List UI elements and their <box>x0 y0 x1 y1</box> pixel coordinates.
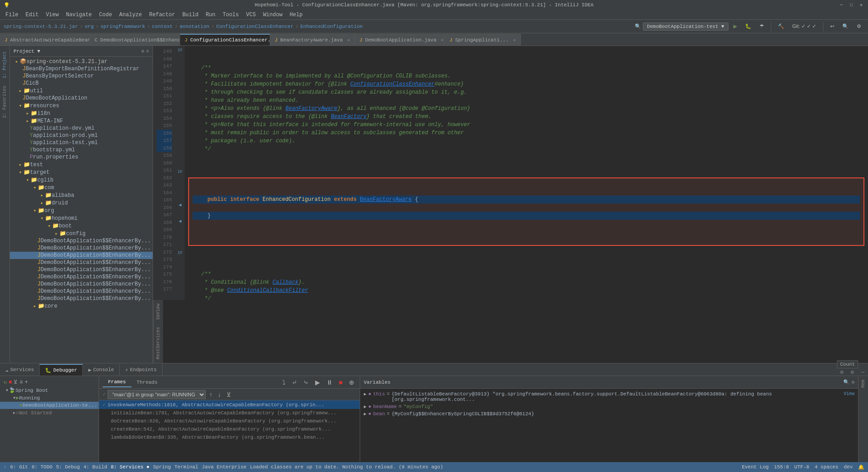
tab-services[interactable]: ☁ Services <box>0 364 40 376</box>
debug-button[interactable]: 🐛 <box>742 22 755 31</box>
add-btn[interactable]: + <box>25 379 28 386</box>
build-button[interactable]: 🔨 <box>775 22 787 31</box>
sidebar-collapse[interactable]: ≡ <box>146 49 149 54</box>
tree-cicb[interactable]: J CicB <box>10 80 153 87</box>
maximize-button[interactable]: □ <box>848 2 854 8</box>
tree-alibaba[interactable]: ▸ 📁 alibaba <box>10 191 153 199</box>
var-beanname[interactable]: ▶ ● beanName = "myConfig" <box>362 403 856 410</box>
frame-item-1[interactable]: ✓ invokeAwareMethods:1816, AbstractAutow… <box>99 400 360 409</box>
tree-druid[interactable]: ▸ 📁 druid <box>10 199 153 207</box>
menu-window[interactable]: Window <box>259 11 286 19</box>
frames-tab[interactable]: Frames <box>103 377 131 387</box>
tab-abstract-autowire[interactable]: J AbstractAutowireCapableBeanFactory.jav… <box>0 34 90 45</box>
favorites-tool[interactable]: 2: Favorites <box>0 82 9 122</box>
run-to-cursor-btn[interactable]: ⊕ <box>347 378 356 387</box>
tab-close4[interactable]: ✕ <box>347 37 350 43</box>
thread-down[interactable]: ↓ <box>216 390 223 399</box>
step-into-btn[interactable]: ⤶ <box>290 378 299 387</box>
tree-config[interactable]: ▸ 📁 config <box>10 230 153 237</box>
resume-btn[interactable]: ▶ <box>313 378 322 387</box>
var-settings[interactable]: ⚙ <box>851 379 854 385</box>
notifications-icon[interactable]: 🔔 <box>858 464 864 470</box>
menu-file[interactable]: File <box>2 11 22 19</box>
tree-com[interactable]: ▾ 📁 com <box>10 184 153 191</box>
close-button[interactable]: ✕ <box>858 2 864 8</box>
tree-i18n[interactable]: ▸ 📁 i18n <box>10 109 153 117</box>
thread-filter[interactable]: ⊻ <box>225 390 233 399</box>
tree-target[interactable]: ▾ 📁 target <box>10 168 153 176</box>
tab-debugger[interactable]: 🐛 Debugger <box>40 364 83 376</box>
service-not-started[interactable]: ▸ ○ Not Started <box>0 409 99 417</box>
tree-cglib[interactable]: ▾ 📁 cglib <box>10 176 153 184</box>
sidebar-gear[interactable]: ⚙ <box>141 48 145 54</box>
tree-demo9[interactable]: J DemoBootApplication$$EnhancerBy... <box>10 295 153 302</box>
run-config-select[interactable]: DemoBootApplication-test ▼ <box>643 23 728 31</box>
breadcrumb-enhancer[interactable]: ConfigurationClassEnhancer <box>216 24 294 29</box>
search-everywhere-button[interactable]: 🔍 <box>839 22 852 31</box>
tree-demo8[interactable]: J DemoBootApplication$$EnhancerBy... <box>10 288 153 295</box>
rest-services-panel[interactable]: RestServices <box>154 323 163 363</box>
git-button[interactable]: Git: ✓ ✓ ✓ <box>789 22 819 31</box>
restart-btn[interactable]: ↻ <box>4 379 7 386</box>
tree-app-test[interactable]: Y application-test.yml <box>10 139 153 146</box>
todo-label[interactable]: 6: TODO <box>32 464 52 470</box>
menu-tools[interactable]: Tools <box>219 11 243 19</box>
tab-endpoints[interactable]: ⚡ Endpoints <box>120 364 163 376</box>
menu-edit[interactable]: Edit <box>22 11 42 19</box>
threads-tab[interactable]: Threads <box>131 378 163 387</box>
tree-hopehomi[interactable]: ▾ 📁 hopehomi <box>10 214 153 222</box>
filter-btn[interactable]: ⊻ <box>14 379 18 386</box>
stop-btn[interactable]: ■ <box>9 379 12 386</box>
breadcrumb-enhanced[interactable]: EnhancedConfiguration <box>300 24 363 29</box>
breadcrumb-annotation[interactable]: annotation <box>180 24 209 29</box>
var-search[interactable]: 🔍 <box>843 379 850 385</box>
frame-item-4[interactable]: createBean:542, AbstractAutowireCapableB… <box>99 425 360 433</box>
tree-bootstrap[interactable]: Y bootstrap.yml <box>10 146 153 154</box>
tree-boot[interactable]: ▾ 📁 boot <box>10 222 153 230</box>
bottom-close[interactable]: ─ <box>858 369 868 376</box>
tab-demo-boot[interactable]: J DemoBootApplication.java ✕ <box>355 34 445 45</box>
debug-label[interactable]: 5: Debug <box>56 464 80 470</box>
thread-dropdown[interactable]: "main"@1 in group "main": RUNNING <box>108 390 206 399</box>
code-editor[interactable]: /** * Marker interface to be implemented… <box>185 46 868 300</box>
tree-demo6[interactable]: J DemoBootApplication$$EnhancerBy... <box>10 273 153 281</box>
step-out-btn[interactable]: ⤷ <box>302 378 311 387</box>
project-tool[interactable]: 1: Project <box>0 48 9 82</box>
git-label[interactable]: 6: Git <box>10 464 28 470</box>
tab-close5[interactable]: ✕ <box>441 37 443 43</box>
menu-analyze[interactable]: Analyze <box>116 11 145 19</box>
var-this[interactable]: ▶ ● this = {DefaultListableBeanFactory@3… <box>362 390 856 403</box>
service-spring-boot[interactable]: ▾ 🍃 Spring Boot <box>0 386 99 394</box>
tree-demo4[interactable]: J DemoBootApplication$$EnhancerBy... <box>10 259 153 266</box>
view-link[interactable]: View <box>844 391 854 396</box>
frame-item-3[interactable]: doCreateBean:620, AbstractAutowireCapabl… <box>99 417 360 425</box>
expand-beanname[interactable]: ▶ <box>364 404 366 409</box>
menu-help[interactable]: Help <box>286 11 306 19</box>
tab-spring-app[interactable]: J SpringApplicati... ✕ <box>445 34 520 45</box>
breadcrumb-context[interactable]: context <box>152 24 172 29</box>
tree-org[interactable]: ▾ 📁 org <box>10 207 153 214</box>
tree-demo2[interactable]: J DemoBootApplication$$EnhancerBy... <box>10 245 153 252</box>
bottom-settings[interactable]: ⚙ <box>836 369 847 376</box>
indent-label[interactable]: 4 spaces <box>814 464 838 470</box>
spring-label[interactable]: Spring <box>153 464 171 470</box>
stop-dbg-btn[interactable]: ■ <box>337 378 344 387</box>
bottom-gear2[interactable]: ⚙ <box>847 369 858 376</box>
menu-run[interactable]: Run <box>202 11 219 19</box>
menu-build[interactable]: Build <box>179 11 202 19</box>
service-demo-active[interactable]: ● DemoBootApplication-te... <box>0 402 99 409</box>
run-button[interactable]: ▶ <box>730 22 740 31</box>
menu-view[interactable]: View <box>42 11 63 19</box>
menu-navigate[interactable]: Navigate <box>62 11 95 19</box>
event-log[interactable]: Event Log <box>742 464 769 470</box>
menu-code[interactable]: Code <box>95 11 116 19</box>
pause-btn[interactable]: ⏸ <box>325 378 335 387</box>
frame-item-2[interactable]: initializeBean:1791, AbstractAutowireCap… <box>99 409 360 417</box>
tree-demo-boot-app[interactable]: J DemoBootApplication <box>10 95 153 102</box>
tree-demo5[interactable]: J DemoBootApplication$$EnhancerBy... <box>10 266 153 273</box>
undo-button[interactable]: ↩ <box>827 22 837 31</box>
tree-core[interactable]: ▸ 📁 core <box>10 302 153 310</box>
tree-demo1[interactable]: J DemoBootApplication$$EnhancerBy... <box>10 237 153 245</box>
terminal-label[interactable]: Terminal <box>175 464 199 470</box>
tree-resources[interactable]: ▾ 📁 resources <box>10 102 153 109</box>
